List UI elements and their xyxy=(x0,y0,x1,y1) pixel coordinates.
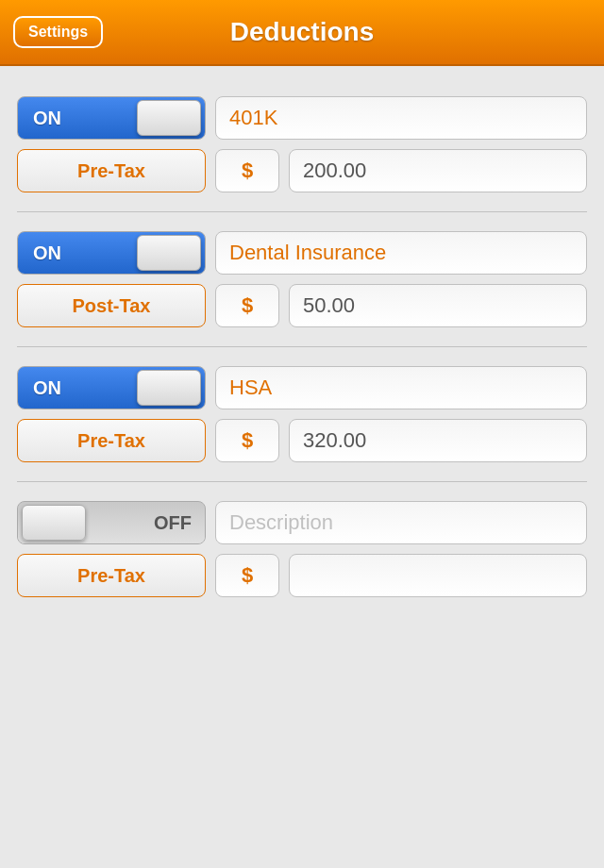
deduction-row2-dental: Post-Tax$ xyxy=(17,284,587,327)
toggle-off-label-empty: OFF xyxy=(154,512,192,534)
amount-input-401k[interactable] xyxy=(289,149,587,192)
deduction-row2-401k: Pre-Tax$ xyxy=(17,149,587,192)
deduction-row1-401k: ON xyxy=(17,96,587,140)
name-input-401k[interactable] xyxy=(215,96,587,140)
deduction-section-hsa: ONPre-Tax$ xyxy=(17,353,587,482)
toggle-empty[interactable]: OFF xyxy=(17,501,206,544)
toggle-thumb-hsa xyxy=(137,370,201,406)
toggle-dental[interactable]: ON xyxy=(17,231,206,275)
dollar-sign-dental: $ xyxy=(215,284,279,327)
toggle-on-label-dental: ON xyxy=(33,242,61,264)
deduction-row2-empty: Pre-Tax$ xyxy=(17,554,587,597)
toggle-thumb-dental xyxy=(137,235,201,271)
amount-input-empty[interactable] xyxy=(289,554,587,597)
deduction-section-401k: ONPre-Tax$ xyxy=(17,83,587,212)
name-input-hsa[interactable] xyxy=(215,366,587,409)
deduction-row1-empty: OFF xyxy=(17,501,587,544)
tax-type-button-dental[interactable]: Post-Tax xyxy=(17,284,206,327)
toggle-hsa[interactable]: ON xyxy=(17,366,206,409)
toggle-on-label-401k: ON xyxy=(33,108,61,129)
page-title: Deductions xyxy=(230,17,374,47)
amount-input-dental[interactable] xyxy=(289,284,587,327)
dollar-sign-empty: $ xyxy=(215,554,279,597)
tax-type-button-hsa[interactable]: Pre-Tax xyxy=(17,419,206,462)
header: Settings Deductions xyxy=(0,0,604,66)
dollar-sign-401k: $ xyxy=(215,149,279,192)
deduction-row2-hsa: Pre-Tax$ xyxy=(17,419,587,462)
name-input-dental[interactable] xyxy=(215,231,587,275)
tax-type-button-empty[interactable]: Pre-Tax xyxy=(17,554,206,597)
toggle-thumb-401k xyxy=(137,100,201,136)
amount-input-hsa[interactable] xyxy=(289,419,587,462)
deduction-section-dental: ONPost-Tax$ xyxy=(17,218,587,347)
settings-button[interactable]: Settings xyxy=(13,16,103,48)
toggle-on-label-hsa: ON xyxy=(33,377,61,399)
toggle-401k[interactable]: ON xyxy=(17,96,206,140)
deduction-section-empty: OFFPre-Tax$ xyxy=(17,488,587,616)
dollar-sign-hsa: $ xyxy=(215,419,279,462)
toggle-thumb-empty xyxy=(22,505,86,541)
tax-type-button-401k[interactable]: Pre-Tax xyxy=(17,149,206,192)
name-input-empty[interactable] xyxy=(215,501,587,544)
deduction-row1-hsa: ON xyxy=(17,366,587,409)
content: ONPre-Tax$ONPost-Tax$ONPre-Tax$OFFPre-Ta… xyxy=(0,66,604,868)
deduction-row1-dental: ON xyxy=(17,231,587,275)
